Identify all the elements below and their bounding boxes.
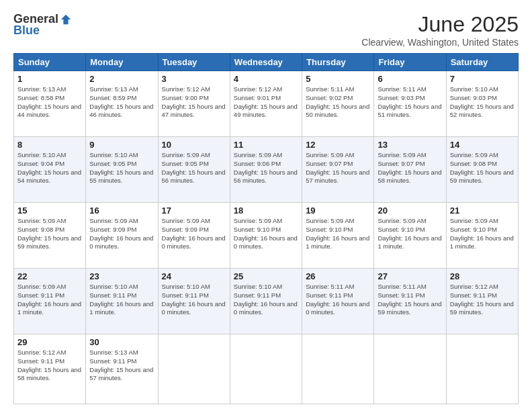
col-monday: Monday bbox=[86, 54, 158, 71]
table-row: 29 Sunrise: 5:12 AM Sunset: 9:11 PM Dayl… bbox=[14, 334, 86, 404]
calendar: Sunday Monday Tuesday Wednesday Thursday… bbox=[13, 53, 519, 404]
header: General Blue June 2025 Clearview, Washin… bbox=[13, 12, 519, 48]
day-info: Sunrise: 5:09 AM Sunset: 9:10 PM Dayligh… bbox=[306, 217, 370, 251]
day-number: 10 bbox=[162, 140, 226, 150]
day-number: 29 bbox=[17, 337, 82, 347]
table-row: 6 Sunrise: 5:11 AM Sunset: 9:03 PM Dayli… bbox=[374, 71, 446, 137]
table-row: 1 Sunrise: 5:13 AM Sunset: 8:58 PM Dayli… bbox=[14, 71, 86, 137]
table-row: 9 Sunrise: 5:10 AM Sunset: 9:05 PM Dayli… bbox=[86, 136, 158, 202]
table-row: 3 Sunrise: 5:12 AM Sunset: 9:00 PM Dayli… bbox=[158, 71, 230, 137]
col-thursday: Thursday bbox=[302, 54, 374, 71]
day-info: Sunrise: 5:10 AM Sunset: 9:11 PM Dayligh… bbox=[234, 283, 298, 317]
main-title: June 2025 bbox=[361, 12, 519, 37]
day-info: Sunrise: 5:10 AM Sunset: 9:03 PM Dayligh… bbox=[450, 85, 515, 120]
table-row: 20 Sunrise: 5:09 AM Sunset: 9:10 PM Dayl… bbox=[374, 202, 446, 268]
table-row: 14 Sunrise: 5:09 AM Sunset: 9:08 PM Dayl… bbox=[446, 136, 518, 202]
day-info: Sunrise: 5:12 AM Sunset: 9:11 PM Dayligh… bbox=[450, 283, 515, 317]
calendar-header-row: Sunday Monday Tuesday Wednesday Thursday… bbox=[14, 54, 519, 71]
table-row: 2 Sunrise: 5:13 AM Sunset: 8:59 PM Dayli… bbox=[86, 71, 158, 137]
col-saturday: Saturday bbox=[446, 54, 518, 71]
day-number: 21 bbox=[450, 205, 515, 216]
day-info: Sunrise: 5:12 AM Sunset: 9:00 PM Dayligh… bbox=[162, 85, 226, 120]
day-number: 28 bbox=[450, 271, 515, 281]
day-number: 12 bbox=[306, 140, 370, 150]
day-info: Sunrise: 5:11 AM Sunset: 9:11 PM Dayligh… bbox=[306, 283, 370, 317]
table-row: 18 Sunrise: 5:09 AM Sunset: 9:10 PM Dayl… bbox=[230, 202, 302, 268]
day-info: Sunrise: 5:10 AM Sunset: 9:11 PM Dayligh… bbox=[89, 283, 154, 317]
day-info: Sunrise: 5:10 AM Sunset: 9:11 PM Dayligh… bbox=[162, 283, 226, 317]
logo-blue-text: Blue bbox=[13, 24, 40, 38]
calendar-week-5: 29 Sunrise: 5:12 AM Sunset: 9:11 PM Dayl… bbox=[14, 334, 519, 404]
table-row bbox=[158, 334, 230, 404]
table-row: 21 Sunrise: 5:09 AM Sunset: 9:10 PM Dayl… bbox=[446, 202, 518, 268]
col-friday: Friday bbox=[374, 54, 446, 71]
day-number: 7 bbox=[450, 74, 515, 84]
table-row: 10 Sunrise: 5:09 AM Sunset: 9:05 PM Dayl… bbox=[158, 136, 230, 202]
table-row: 28 Sunrise: 5:12 AM Sunset: 9:11 PM Dayl… bbox=[446, 268, 518, 334]
day-number: 17 bbox=[162, 205, 226, 216]
calendar-week-1: 1 Sunrise: 5:13 AM Sunset: 8:58 PM Dayli… bbox=[14, 71, 519, 137]
table-row: 12 Sunrise: 5:09 AM Sunset: 9:07 PM Dayl… bbox=[302, 136, 374, 202]
logo-icon bbox=[60, 13, 72, 26]
day-number: 14 bbox=[450, 140, 515, 150]
day-info: Sunrise: 5:09 AM Sunset: 9:11 PM Dayligh… bbox=[17, 283, 82, 317]
table-row: 15 Sunrise: 5:09 AM Sunset: 9:08 PM Dayl… bbox=[14, 202, 86, 268]
day-info: Sunrise: 5:13 AM Sunset: 8:58 PM Dayligh… bbox=[17, 85, 82, 120]
day-number: 19 bbox=[306, 205, 370, 216]
day-number: 26 bbox=[306, 271, 370, 281]
day-info: Sunrise: 5:12 AM Sunset: 9:01 PM Dayligh… bbox=[234, 85, 298, 120]
day-number: 24 bbox=[162, 271, 226, 281]
day-number: 9 bbox=[89, 140, 154, 150]
table-row: 26 Sunrise: 5:11 AM Sunset: 9:11 PM Dayl… bbox=[302, 268, 374, 334]
table-row: 13 Sunrise: 5:09 AM Sunset: 9:07 PM Dayl… bbox=[374, 136, 446, 202]
table-row bbox=[446, 334, 518, 404]
page: General Blue June 2025 Clearview, Washin… bbox=[0, 0, 532, 411]
day-info: Sunrise: 5:09 AM Sunset: 9:08 PM Dayligh… bbox=[450, 151, 515, 185]
col-sunday: Sunday bbox=[14, 54, 86, 71]
day-info: Sunrise: 5:09 AM Sunset: 9:08 PM Dayligh… bbox=[17, 217, 82, 251]
day-number: 22 bbox=[17, 271, 82, 281]
day-number: 4 bbox=[234, 74, 298, 84]
day-info: Sunrise: 5:09 AM Sunset: 9:10 PM Dayligh… bbox=[450, 217, 515, 251]
day-number: 18 bbox=[234, 205, 298, 216]
table-row bbox=[302, 334, 374, 404]
day-number: 25 bbox=[234, 271, 298, 281]
table-row: 24 Sunrise: 5:10 AM Sunset: 9:11 PM Dayl… bbox=[158, 268, 230, 334]
day-number: 6 bbox=[378, 74, 442, 84]
day-info: Sunrise: 5:12 AM Sunset: 9:11 PM Dayligh… bbox=[17, 349, 82, 383]
day-info: Sunrise: 5:09 AM Sunset: 9:06 PM Dayligh… bbox=[234, 151, 298, 185]
table-row bbox=[230, 334, 302, 404]
svg-marker-0 bbox=[61, 14, 71, 24]
logo: General Blue bbox=[13, 12, 72, 38]
day-info: Sunrise: 5:11 AM Sunset: 9:11 PM Dayligh… bbox=[378, 283, 442, 317]
day-number: 13 bbox=[378, 140, 442, 150]
day-number: 15 bbox=[17, 205, 82, 216]
day-info: Sunrise: 5:11 AM Sunset: 9:03 PM Dayligh… bbox=[378, 85, 442, 120]
day-info: Sunrise: 5:09 AM Sunset: 9:07 PM Dayligh… bbox=[378, 151, 442, 185]
day-number: 20 bbox=[378, 205, 442, 216]
day-info: Sunrise: 5:11 AM Sunset: 9:02 PM Dayligh… bbox=[306, 85, 370, 120]
day-number: 1 bbox=[17, 74, 82, 84]
day-number: 27 bbox=[378, 271, 442, 281]
table-row: 17 Sunrise: 5:09 AM Sunset: 9:09 PM Dayl… bbox=[158, 202, 230, 268]
day-info: Sunrise: 5:09 AM Sunset: 9:09 PM Dayligh… bbox=[162, 217, 226, 251]
table-row: 25 Sunrise: 5:10 AM Sunset: 9:11 PM Dayl… bbox=[230, 268, 302, 334]
table-row bbox=[374, 334, 446, 404]
day-info: Sunrise: 5:09 AM Sunset: 9:10 PM Dayligh… bbox=[378, 217, 442, 251]
table-row: 30 Sunrise: 5:13 AM Sunset: 9:11 PM Dayl… bbox=[86, 334, 158, 404]
table-row: 16 Sunrise: 5:09 AM Sunset: 9:09 PM Dayl… bbox=[86, 202, 158, 268]
table-row: 27 Sunrise: 5:11 AM Sunset: 9:11 PM Dayl… bbox=[374, 268, 446, 334]
day-number: 8 bbox=[17, 140, 82, 150]
day-info: Sunrise: 5:09 AM Sunset: 9:09 PM Dayligh… bbox=[89, 217, 154, 251]
day-number: 11 bbox=[234, 140, 298, 150]
day-info: Sunrise: 5:13 AM Sunset: 9:11 PM Dayligh… bbox=[89, 349, 154, 383]
calendar-week-3: 15 Sunrise: 5:09 AM Sunset: 9:08 PM Dayl… bbox=[14, 202, 519, 268]
table-row: 5 Sunrise: 5:11 AM Sunset: 9:02 PM Dayli… bbox=[302, 71, 374, 137]
day-number: 5 bbox=[306, 74, 370, 84]
day-info: Sunrise: 5:09 AM Sunset: 9:10 PM Dayligh… bbox=[234, 217, 298, 251]
day-info: Sunrise: 5:13 AM Sunset: 8:59 PM Dayligh… bbox=[89, 85, 154, 120]
day-number: 30 bbox=[89, 337, 154, 347]
day-info: Sunrise: 5:10 AM Sunset: 9:04 PM Dayligh… bbox=[17, 151, 82, 185]
table-row: 22 Sunrise: 5:09 AM Sunset: 9:11 PM Dayl… bbox=[14, 268, 86, 334]
col-wednesday: Wednesday bbox=[230, 54, 302, 71]
